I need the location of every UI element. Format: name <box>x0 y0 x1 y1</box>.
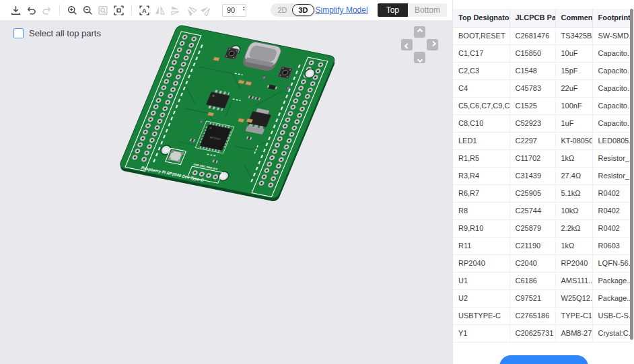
table-row[interactable]: R6,R7 C25905 5.1kΩ R0402 <box>453 184 630 202</box>
board-side-toggle: Top Bottom <box>378 3 447 17</box>
zoom-in-icon[interactable] <box>65 2 80 18</box>
parts-table: Top Designator JLCPCB Part # Comment Foo… <box>453 9 630 342</box>
next-button[interactable]: NEXT <box>499 355 588 364</box>
view-3d-button[interactable]: 3D <box>292 4 314 16</box>
fit-view-icon[interactable] <box>111 2 127 18</box>
table-row[interactable]: C5,C6,C7,C9,C11... C1525 100nF Capacito.… <box>453 97 630 114</box>
zoom-out-icon[interactable] <box>80 2 96 18</box>
table-row[interactable]: RP2040 C2040 RP2040 LQFN-56... <box>453 254 630 272</box>
cell-designator: U1 <box>453 272 509 289</box>
cell-comment: RP2040 <box>555 254 592 272</box>
zoom-level-input[interactable] <box>223 6 240 14</box>
cell-part: C2765186 <box>509 307 555 324</box>
cell-footprint: Capacito... <box>592 62 630 79</box>
table-row[interactable]: R9,R10 C25879 2.2kΩ R0402 <box>453 219 630 237</box>
table-row[interactable]: C8,C10 C52923 1uF Capacito... <box>453 114 630 132</box>
cell-designator: R1,R5 <box>453 149 509 167</box>
table-row[interactable]: U1 C6186 AMS111... Package... <box>453 272 630 289</box>
table-row[interactable]: C4 C45783 22uF Capacito... <box>453 79 630 97</box>
cell-comment: 2.2kΩ <box>555 219 592 237</box>
select-all-top-parts: Select all top parts <box>13 28 101 38</box>
cell-footprint: Capacito... <box>592 79 630 97</box>
cell-part: C52923 <box>509 114 555 132</box>
cell-comment: 100nF <box>555 97 592 114</box>
flip-vertical-icon[interactable] <box>168 2 183 18</box>
select-all-checkbox[interactable] <box>13 28 24 38</box>
cell-footprint: R0402 <box>592 202 630 219</box>
view-2d-button[interactable]: 2D <box>272 6 292 14</box>
table-row[interactable]: USBTYPE-C C2765186 TYPE-C1... USB-C-S... <box>453 307 630 324</box>
zoom-window-icon[interactable] <box>96 2 111 18</box>
table-row[interactable]: R1,R5 C11702 1kΩ Resistor_... <box>453 149 630 167</box>
table-row[interactable]: C1,C17 C15850 10uF Capacito... <box>453 44 630 62</box>
pan-up-button[interactable] <box>414 26 425 38</box>
side-top-button[interactable]: Top <box>378 3 408 17</box>
zoom-spinner[interactable]: ▴▾ <box>243 5 245 11</box>
cell-designator: RP2040 <box>453 254 509 272</box>
cell-comment: 15pF <box>555 62 592 79</box>
table-scrollbar[interactable] <box>630 9 633 340</box>
pan-right-button[interactable] <box>427 39 438 50</box>
col-footprint: Footprint <box>592 9 630 27</box>
table-row[interactable]: BOOT,RESET C2681476 TS3425BA SW-SMD... <box>453 27 630 44</box>
cell-designator: R3,R4 <box>453 167 509 184</box>
cell-footprint: Package... <box>592 272 630 289</box>
simplify-model-link[interactable]: Simplify Model <box>316 5 368 15</box>
pcb-board-render[interactable]: RP2040 GND SWC SWD 3V3 <box>0 21 452 364</box>
cell-comment: 1kΩ <box>555 149 592 167</box>
cell-part: C97521 <box>509 289 555 307</box>
cell-designator: LED1 <box>453 132 509 149</box>
cell-footprint: Resistor_... <box>592 167 630 184</box>
cell-part: C31439 <box>509 167 555 184</box>
select-all-icon[interactable]: A <box>137 2 152 18</box>
table-row[interactable]: Y1 C20625731 ABM8-27... Crystal:C... <box>453 324 630 342</box>
rotate-right-icon[interactable] <box>199 2 214 18</box>
cell-designator: U2 <box>453 289 509 307</box>
cell-comment: KT-0805G <box>555 132 592 149</box>
pan-controls <box>401 26 439 64</box>
cell-designator: Y1 <box>453 324 509 342</box>
table-row[interactable]: R8 C25744 10kΩ R0402 <box>453 202 630 219</box>
export-icon[interactable] <box>8 2 24 18</box>
pan-down-button[interactable] <box>414 52 425 63</box>
cell-designator: USBTYPE-C <box>453 307 509 324</box>
cell-part: C11702 <box>509 149 555 167</box>
pcb-3d-viewport[interactable]: RP2040 GND SWC SWD 3V3 <box>0 21 452 364</box>
cell-designator: R8 <box>453 202 509 219</box>
table-row[interactable]: C2,C3 C1548 15pF Capacito... <box>453 62 630 79</box>
pan-left-button[interactable] <box>401 39 413 50</box>
cell-part: C21190 <box>509 237 555 254</box>
col-top-designator: Top Designator <box>453 9 509 27</box>
cell-footprint: Package... <box>592 289 630 307</box>
cell-comment: TS3425BA <box>555 27 592 44</box>
redo-icon[interactable] <box>39 2 55 18</box>
cell-designator: R11 <box>453 237 509 254</box>
flip-horizontal-icon[interactable] <box>152 2 168 18</box>
side-bottom-button[interactable]: Bottom <box>408 3 447 17</box>
table-row[interactable]: LED1 C2297 KT-0805G LED0805... <box>453 132 630 149</box>
table-row[interactable]: R11 C21190 1kΩ R0603 <box>453 237 630 254</box>
table-row[interactable]: R3,R4 C31439 27.4Ω Resistor_... <box>453 167 630 184</box>
chevron-right-icon <box>430 40 435 46</box>
cell-footprint: Crystal:C... <box>592 324 630 342</box>
cell-comment: W25Q12... <box>555 289 592 307</box>
cell-comment: 10uF <box>555 44 592 62</box>
cell-comment: 10kΩ <box>555 202 592 219</box>
cell-comment: AMS111... <box>555 272 592 289</box>
cell-footprint: Capacito... <box>592 44 630 62</box>
cell-comment: 1kΩ <box>555 237 592 254</box>
cell-comment: 22uF <box>555 79 592 97</box>
table-row[interactable]: U2 C97521 W25Q12... Package... <box>453 289 630 307</box>
cell-designator: BOOT,RESET <box>453 27 509 44</box>
undo-icon[interactable] <box>24 2 39 18</box>
toolbar-divider <box>131 5 132 15</box>
cell-footprint: Capacito... <box>592 114 630 132</box>
svg-text:A: A <box>142 6 147 13</box>
cell-part: C2297 <box>509 132 555 149</box>
cell-footprint: LQFN-56... <box>592 254 630 272</box>
view-mode-toggle: 2D 3D <box>271 3 315 17</box>
cell-part: C1548 <box>509 62 555 79</box>
rotate-left-icon[interactable] <box>183 2 199 18</box>
cell-footprint: USB-C-S... <box>592 307 630 324</box>
cell-comment: 5.1kΩ <box>555 184 592 202</box>
